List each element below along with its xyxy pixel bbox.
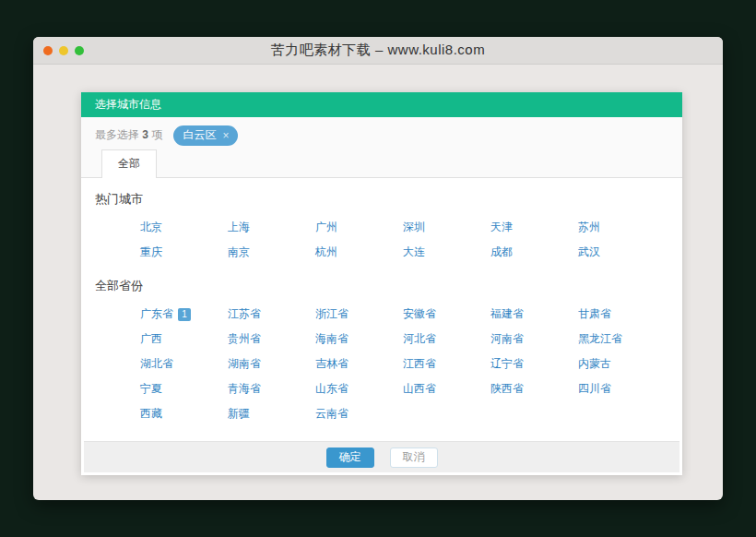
selection-bar: 最多选择 3 项 白云区 × [81, 117, 682, 153]
province-link[interactable]: 山西省 [403, 376, 490, 401]
modal-title: 选择城市信息 [95, 97, 161, 113]
province-link[interactable]: 甘肃省 [578, 302, 666, 327]
city-link[interactable]: 天津 [490, 215, 578, 240]
province-link[interactable]: 云南省 [315, 401, 403, 426]
cancel-button[interactable]: 取消 [390, 448, 438, 468]
province-link[interactable]: 内蒙古 [578, 352, 666, 376]
city-link[interactable]: 广州 [315, 215, 403, 240]
province-link[interactable]: 广西 [140, 327, 228, 352]
selected-city-tag[interactable]: 白云区 × [173, 125, 238, 146]
province-link[interactable]: 江苏省 [228, 302, 315, 327]
province-link[interactable]: 浙江省 [315, 302, 403, 327]
city-link-grid: 北京上海广州深圳天津苏州重庆南京杭州大连成都武汉 [140, 215, 682, 265]
modal-upper-area: 最多选择 3 项 白云区 × 全部 [81, 117, 682, 178]
window-titlebar: 苦力吧素材下载 – www.kuli8.com [33, 37, 723, 65]
province-link[interactable]: 辽宁省 [490, 352, 578, 376]
section-heading: 热门城市 [95, 191, 682, 208]
province-link[interactable]: 广东省1 [140, 302, 228, 327]
province-link[interactable]: 西藏 [140, 401, 228, 426]
tab-all[interactable]: 全部 [101, 149, 157, 178]
city-link[interactable]: 南京 [228, 240, 315, 265]
province-link[interactable]: 山东省 [315, 376, 403, 401]
remove-tag-icon[interactable]: × [222, 129, 229, 142]
city-link[interactable]: 武汉 [578, 240, 666, 265]
province-link[interactable]: 陕西省 [490, 376, 578, 401]
province-link[interactable]: 河北省 [403, 327, 490, 352]
selected-count-badge: 1 [178, 308, 191, 321]
province-link[interactable]: 江西省 [403, 352, 490, 376]
city-link[interactable]: 重庆 [140, 240, 228, 265]
city-link[interactable]: 大连 [403, 240, 490, 265]
province-link[interactable]: 贵州省 [228, 327, 315, 352]
city-link[interactable]: 杭州 [315, 240, 403, 265]
maximize-window-icon[interactable] [75, 46, 84, 55]
city-link[interactable]: 深圳 [403, 215, 490, 240]
city-link[interactable]: 上海 [228, 215, 315, 240]
province-link[interactable]: 黑龙江省 [578, 327, 666, 352]
province-link[interactable]: 海南省 [315, 327, 403, 352]
city-link[interactable]: 北京 [140, 215, 228, 240]
province-link-grid: 广东省1江苏省浙江省安徽省福建省甘肃省广西贵州省海南省河北省河南省黑龙江省湖北省… [140, 302, 682, 426]
modal-content: 热门城市北京上海广州深圳天津苏州重庆南京杭州大连成都武汉全部省份广东省1江苏省浙… [81, 178, 682, 441]
close-window-icon[interactable] [43, 46, 53, 55]
modal-footer: 确定 取消 [84, 441, 679, 472]
province-link[interactable]: 吉林省 [315, 352, 403, 376]
province-link[interactable]: 青海省 [228, 376, 315, 401]
modal-header: 选择城市信息 [81, 92, 682, 117]
province-link[interactable]: 福建省 [490, 302, 578, 327]
province-link[interactable]: 湖南省 [228, 352, 315, 376]
province-link[interactable]: 河南省 [490, 327, 578, 352]
province-link[interactable]: 湖北省 [140, 352, 228, 376]
selected-city-tag-label: 白云区 [183, 127, 216, 143]
city-link[interactable]: 成都 [490, 240, 578, 265]
city-link[interactable]: 苏州 [578, 215, 666, 240]
browser-window: 苦力吧素材下载 – www.kuli8.com 选择城市信息 最多选择 3 项 … [33, 37, 723, 500]
province-link[interactable]: 安徽省 [403, 302, 490, 327]
minimize-window-icon[interactable] [59, 46, 68, 55]
city-picker-modal: 选择城市信息 最多选择 3 项 白云区 × 全部 热门城市北京上海广州深圳天津苏… [81, 92, 682, 475]
confirm-button[interactable]: 确定 [326, 448, 374, 468]
province-link[interactable]: 四川省 [578, 376, 666, 401]
window-title: 苦力吧素材下载 – www.kuli8.com [271, 42, 485, 59]
tab-strip: 全部 [81, 153, 682, 178]
province-link[interactable]: 新疆 [228, 401, 315, 426]
max-select-hint: 最多选择 3 项 [95, 127, 162, 143]
section-heading: 全部省份 [95, 278, 682, 294]
traffic-lights [43, 37, 84, 65]
province-link[interactable]: 宁夏 [140, 376, 228, 401]
